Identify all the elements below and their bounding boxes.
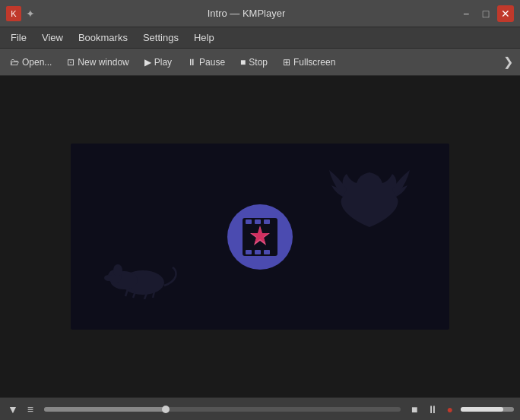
- bottom-controls-bar: ▼ ≡ ■ ⏸ ●: [0, 397, 520, 420]
- pause-button[interactable]: ⏸ Pause: [180, 53, 232, 71]
- stop-icon: ■: [240, 57, 246, 68]
- kmplayer-logo: [226, 203, 294, 271]
- video-container[interactable]: [71, 144, 449, 330]
- play-button[interactable]: ▶ Play: [138, 53, 179, 71]
- menu-view[interactable]: View: [34, 29, 71, 46]
- rat-silhouette: [101, 254, 177, 299]
- svg-point-3: [104, 275, 113, 281]
- play-icon: ▶: [144, 57, 151, 68]
- svg-line-5: [125, 289, 128, 296]
- pause-icon: ⏸: [187, 57, 196, 68]
- new-window-icon: ⊡: [67, 57, 75, 68]
- open-label: Open...: [22, 57, 52, 68]
- new-window-button[interactable]: ⊡ New window: [60, 53, 135, 71]
- pause-label: Pause: [199, 57, 225, 68]
- playlist-button[interactable]: ≡: [26, 402, 35, 417]
- maximize-button[interactable]: □: [477, 5, 494, 22]
- stop-button[interactable]: ■ Stop: [233, 53, 274, 71]
- svg-point-4: [113, 264, 122, 276]
- progress-fill: [44, 407, 169, 412]
- dropdown-button[interactable]: ▼: [6, 402, 20, 417]
- video-wrapper: [0, 76, 520, 397]
- fullscreen-label: Fullscreen: [293, 57, 335, 68]
- svg-rect-16: [264, 250, 270, 254]
- fullscreen-icon: ⊞: [283, 57, 290, 68]
- pause-ctrl-button[interactable]: ⏸: [426, 402, 439, 417]
- fullscreen-button[interactable]: ⊞ Fullscreen: [276, 53, 342, 71]
- titlebar: K ✦ Intro — KMPlayer − □ ✕: [0, 0, 520, 27]
- titlebar-icons: K ✦: [6, 6, 35, 21]
- toolbar: 🗁 Open... ⊡ New window ▶ Play ⏸ Pause ■ …: [0, 49, 520, 76]
- main-content: ▼ ≡ ■ ⏸ ●: [0, 76, 520, 420]
- svg-rect-15: [255, 250, 261, 254]
- play-label: Play: [154, 57, 172, 68]
- svg-rect-11: [246, 219, 252, 224]
- open-button[interactable]: 🗁 Open...: [3, 53, 59, 71]
- menubar: File View Bookmarks Settings Help: [0, 27, 520, 49]
- app-icon: K: [6, 6, 21, 21]
- svg-rect-12: [255, 219, 261, 224]
- progress-track[interactable]: [44, 407, 401, 412]
- progress-thumb: [162, 406, 170, 413]
- stop-ctrl-button[interactable]: ■: [410, 402, 419, 417]
- svg-rect-14: [246, 250, 252, 254]
- menu-file[interactable]: File: [3, 29, 34, 46]
- stop-label: Stop: [249, 57, 268, 68]
- svg-rect-13: [264, 219, 270, 224]
- record-button[interactable]: ●: [445, 402, 455, 417]
- open-icon: 🗁: [10, 57, 19, 68]
- batman-silhouette: [328, 166, 411, 235]
- titlebar-controls: − □ ✕: [458, 5, 514, 22]
- new-window-label: New window: [78, 57, 128, 68]
- menu-help[interactable]: Help: [186, 29, 222, 46]
- pin-icon[interactable]: ✦: [26, 8, 35, 20]
- menu-settings[interactable]: Settings: [135, 29, 186, 46]
- toolbar-more-button[interactable]: ❯: [499, 52, 517, 73]
- minimize-button[interactable]: −: [458, 5, 474, 22]
- volume-fill: [461, 407, 503, 412]
- volume-track[interactable]: [461, 407, 514, 412]
- menu-bookmarks[interactable]: Bookmarks: [71, 29, 135, 46]
- window-title: Intro — KMPlayer: [35, 8, 458, 19]
- close-button[interactable]: ✕: [497, 5, 514, 22]
